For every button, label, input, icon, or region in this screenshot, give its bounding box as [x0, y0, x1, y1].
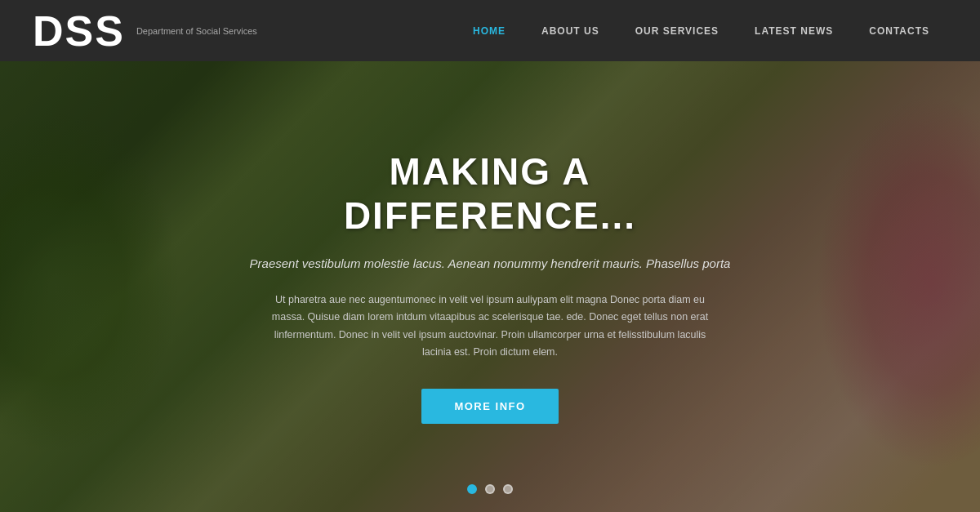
slider-dots [467, 484, 513, 494]
logo-area: DSS Department of Social Services [33, 10, 257, 52]
nav-latest-news[interactable]: LATEST NEWS [737, 0, 851, 61]
slider-dot-3[interactable] [503, 484, 513, 494]
nav-our-services[interactable]: OUR SERVICES [617, 0, 737, 61]
more-info-button[interactable]: MORE INFO [421, 389, 558, 424]
header: DSS Department of Social Services HOME A… [0, 0, 980, 61]
slider-dot-1[interactable] [467, 484, 477, 494]
main-nav: HOME ABOUT US OUR SERVICES LATEST NEWS C… [455, 0, 947, 61]
hero-body: Ut pharetra aue nec augentumonec in veli… [270, 292, 710, 361]
hero-subtitle: Praesent vestibulum molestie lacus. Aene… [250, 254, 731, 274]
logo-subtitle: Department of Social Services [136, 26, 257, 36]
nav-contacts[interactable]: CONTACTS [851, 0, 947, 61]
nav-home[interactable]: HOME [455, 0, 523, 61]
hero-content: MAKING A DIFFERENCE... Praesent vestibul… [0, 61, 980, 512]
hero-title: MAKING A DIFFERENCE... [245, 149, 735, 238]
logo: DSS [33, 10, 125, 52]
slider-dot-2[interactable] [485, 484, 495, 494]
hero-section: MAKING A DIFFERENCE... Praesent vestibul… [0, 61, 980, 512]
nav-about-us[interactable]: ABOUT US [523, 0, 617, 61]
